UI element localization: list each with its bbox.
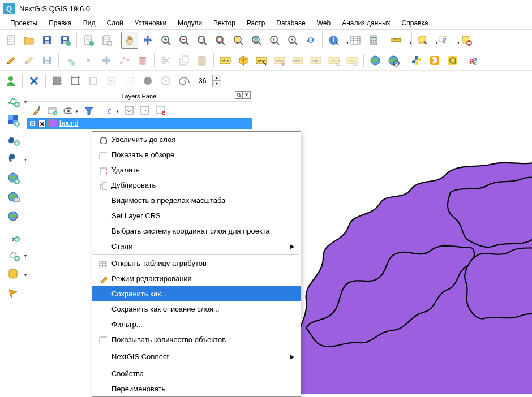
label-props-button[interactable] xyxy=(344,52,361,69)
copy-button[interactable] xyxy=(175,52,192,69)
menu-projects[interactable]: Проекты xyxy=(5,18,43,28)
spin-down[interactable]: ▼ xyxy=(213,81,221,87)
wms-button[interactable] xyxy=(367,52,384,69)
open-table-button[interactable] xyxy=(347,32,364,49)
context-item[interactable]: Дублировать xyxy=(92,178,301,193)
context-item[interactable]: Стили▶ xyxy=(92,239,301,254)
context-item[interactable]: Переименовать xyxy=(92,381,301,396)
context-item[interactable]: Видимость в пределах масштаба xyxy=(92,193,301,208)
layer-visibility-checkbox[interactable]: ✕ xyxy=(38,120,46,127)
layer-item[interactable]: ⊟ ✕ bound xyxy=(27,118,252,129)
new-project-button[interactable] xyxy=(2,32,19,49)
refresh-button[interactable] xyxy=(302,32,319,49)
segments-spinner[interactable]: ▲▼ xyxy=(196,75,221,87)
python-console-button[interactable] xyxy=(408,52,425,69)
context-item[interactable]: NextGIS Connect▶ xyxy=(92,349,301,364)
measure-dropdown[interactable] xyxy=(388,32,409,49)
context-item[interactable]: Показывать количество объектов xyxy=(92,332,301,347)
grid3-button[interactable] xyxy=(85,72,102,89)
add-spatialite-button[interactable] xyxy=(5,131,22,148)
plugin-q-button[interactable] xyxy=(444,52,461,69)
person-button[interactable] xyxy=(2,72,19,89)
composer-manager-button[interactable] xyxy=(98,32,115,49)
cube3d-button[interactable] xyxy=(235,52,252,69)
grid1-button[interactable] xyxy=(49,72,66,89)
add-oracle-button[interactable] xyxy=(5,266,22,283)
zoom-last-button[interactable] xyxy=(266,32,283,49)
pan-to-selection-button[interactable] xyxy=(139,32,156,49)
deselect-button[interactable] xyxy=(458,32,475,49)
save-button[interactable] xyxy=(38,32,55,49)
context-item[interactable]: Увеличить до слоя xyxy=(92,132,301,147)
plugin-a-button[interactable]: abc xyxy=(462,52,479,69)
label-hide-button[interactable] xyxy=(289,52,306,69)
x-button[interactable] xyxy=(25,72,42,89)
menu-vector[interactable]: Вектор xyxy=(208,18,241,28)
grid2-button[interactable] xyxy=(67,72,84,89)
zoom-selection-button[interactable] xyxy=(230,32,247,49)
zoom-full-button[interactable] xyxy=(212,32,229,49)
filter-legend-button[interactable] xyxy=(81,103,94,116)
menu-database[interactable]: Database xyxy=(271,18,311,28)
circ1-button[interactable] xyxy=(139,72,156,89)
collapse-button[interactable] xyxy=(138,103,151,116)
label-pin-button[interactable] xyxy=(271,52,288,69)
tree-collapse-icon[interactable]: ⊟ xyxy=(29,119,36,127)
menu-raster[interactable]: Растр xyxy=(241,18,271,28)
context-item[interactable]: Фильтр... xyxy=(92,317,301,332)
wms-search-button[interactable] xyxy=(385,52,402,69)
select-expr-dropdown[interactable] xyxy=(436,32,457,49)
context-item[interactable]: Set Layer CRS xyxy=(92,208,301,223)
add-virtual-button[interactable] xyxy=(5,247,22,264)
context-item[interactable]: Сохранить как... xyxy=(92,286,301,301)
print-composer-button[interactable] xyxy=(80,32,97,49)
context-item[interactable]: Сохранить как описание слоя... xyxy=(92,301,301,317)
label-sel-button[interactable] xyxy=(253,52,270,69)
menu-plugins[interactable]: Модули xyxy=(172,18,208,28)
menu-settings[interactable]: Установки xyxy=(129,18,172,28)
context-item[interactable]: Открыть таблицу атрибутов xyxy=(92,256,301,271)
visibility-button[interactable] xyxy=(61,103,74,116)
node-tool-button[interactable] xyxy=(116,52,133,69)
select-dropdown[interactable] xyxy=(415,32,435,49)
remove-layer-button[interactable] xyxy=(154,103,166,116)
add-group-button[interactable] xyxy=(45,103,58,116)
menu-edit[interactable]: Правка xyxy=(43,18,78,28)
circ2-button[interactable] xyxy=(157,72,174,89)
spiral-button[interactable] xyxy=(175,72,192,89)
add-raster-button[interactable] xyxy=(5,112,22,129)
zoom-native-button[interactable]: 1:1 xyxy=(194,32,211,49)
toggle-edit-button[interactable] xyxy=(2,52,19,69)
zoom-in-button[interactable] xyxy=(157,32,174,49)
edit-pen2-button[interactable] xyxy=(20,52,37,69)
pan-button[interactable] xyxy=(121,32,138,49)
menu-analysis[interactable]: Анализ данных xyxy=(336,18,396,28)
panel-undock-button[interactable]: ⧉ xyxy=(235,91,243,99)
add-wfs-button[interactable] xyxy=(5,208,22,225)
context-item[interactable]: Показать в обзоре xyxy=(92,147,301,162)
panel-close-button[interactable]: ✕ xyxy=(243,91,251,99)
paste-button[interactable] xyxy=(194,52,211,69)
save-edits-button[interactable] xyxy=(38,52,55,69)
zoom-next-button[interactable] xyxy=(284,32,301,49)
cut-button[interactable] xyxy=(157,52,174,69)
menu-web[interactable]: Web xyxy=(311,18,336,28)
menu-view[interactable]: Вид xyxy=(78,18,101,28)
segments-input[interactable] xyxy=(196,77,212,85)
delete-feature-button[interactable] xyxy=(134,52,151,69)
filter-eps-button[interactable] xyxy=(102,103,114,116)
add-wcs-button[interactable] xyxy=(5,189,22,206)
add-postgis-button[interactable] xyxy=(5,150,22,167)
zoom-out-button[interactable] xyxy=(175,32,192,49)
grid5-button[interactable] xyxy=(121,72,138,89)
identify-dropdown[interactable] xyxy=(325,32,346,49)
add-vector-button[interactable] xyxy=(5,93,22,110)
add-delimited-button[interactable]: , xyxy=(5,227,22,244)
new-shapefile-button[interactable] xyxy=(5,285,22,302)
label-move-button[interactable] xyxy=(307,52,324,69)
spin-up[interactable]: ▲ xyxy=(213,75,221,81)
plugin-y-button[interactable] xyxy=(426,52,443,69)
menu-layer[interactable]: Слой xyxy=(101,18,128,28)
add-wms-button[interactable] xyxy=(5,170,22,187)
context-item[interactable]: Свойства xyxy=(92,366,301,381)
